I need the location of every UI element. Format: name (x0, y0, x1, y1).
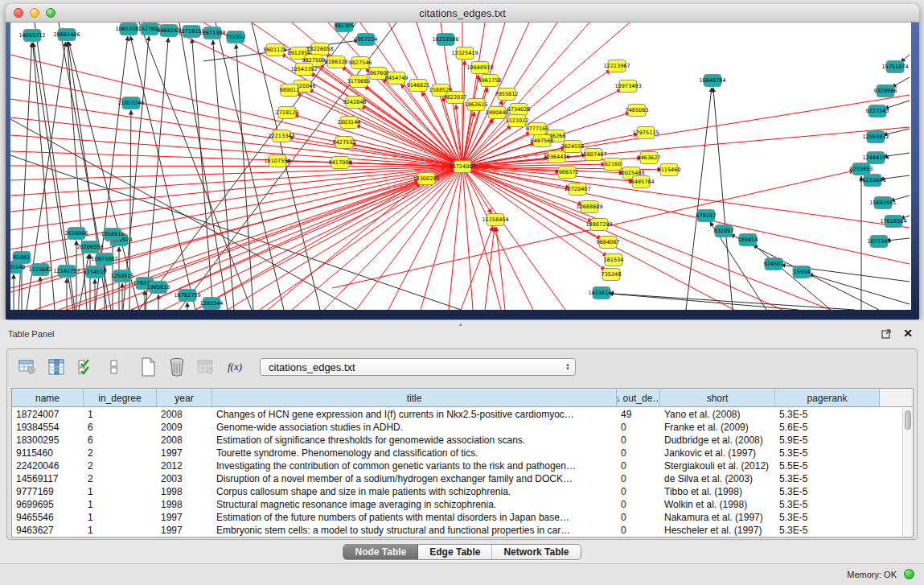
function-builder-icon[interactable]: f(x) (224, 356, 245, 377)
close-window-icon[interactable] (14, 8, 23, 18)
column-header-title[interactable]: title (212, 389, 617, 406)
table-row[interactable]: 1456911722003Disruption of a novel membe… (12, 472, 902, 485)
cell-name: 9465546 (12, 511, 84, 524)
citation-edge-red[interactable] (155, 23, 462, 167)
graph-node-label: 1990448 (486, 109, 509, 116)
graph-node-label: 2718129 (276, 109, 299, 116)
cell-in_degree: 1 (84, 524, 157, 537)
citation-edge-red[interactable] (268, 183, 421, 310)
citation-edge-red[interactable] (163, 167, 462, 310)
cell-year: 1997 (157, 524, 212, 537)
cell-name: 18724007 (12, 408, 84, 421)
splitter-handle-icon[interactable]: ▴ (459, 321, 462, 328)
citation-edge-red[interactable] (260, 167, 462, 310)
citation-edge-red[interactable] (10, 166, 462, 167)
citation-edge-red[interactable] (461, 226, 493, 310)
cell-in_degree: 1 (84, 498, 157, 511)
graph-node-label: 19218586 (432, 36, 458, 43)
cell-pagerank: 5.3E-5 (775, 472, 880, 485)
citation-edge-black[interactable] (213, 40, 234, 310)
table-row[interactable]: 969969511998Structural magnetic resonanc… (12, 498, 902, 511)
scrollbar-thumb[interactable] (905, 410, 911, 430)
column-header-name[interactable]: name (12, 389, 84, 406)
citation-edge-red[interactable] (195, 167, 462, 310)
column-header-short[interactable]: short (660, 389, 775, 406)
tab-network-table[interactable]: Network Table (492, 545, 580, 559)
table-row[interactable]: 2242004622012Investigating the contribut… (12, 459, 902, 472)
citation-edge-red[interactable] (10, 167, 462, 230)
delete-column-icon[interactable] (166, 356, 187, 377)
cell-short: Wolkin et al. (1998) (660, 498, 775, 511)
citation-network-graph[interactable]: 1872400718300295860112889129541822605898… (10, 23, 911, 310)
table-row[interactable]: 1872400712008Changes of HCN gene express… (12, 408, 902, 421)
cell-out_de: 0 (617, 421, 660, 434)
column-header-in_degree[interactable]: in_degree (84, 389, 157, 406)
citation-edge-black[interactable] (892, 77, 910, 88)
zoom-window-icon[interactable] (46, 8, 55, 18)
show-column-icon[interactable] (46, 356, 67, 377)
citation-edge-black[interactable] (130, 36, 195, 310)
graph-node-label: 20691406 (53, 31, 80, 38)
citation-edge-red[interactable] (10, 167, 462, 270)
citation-edge-red[interactable] (131, 167, 462, 310)
citation-edge-black[interactable] (123, 36, 149, 310)
graph-node-label: 12093832 (862, 134, 889, 140)
graph-node-label: 832057 (714, 228, 734, 234)
vertical-scrollbar[interactable] (902, 408, 913, 537)
cell-name: 22420046 (12, 459, 84, 472)
cell-name: 14569117 (12, 472, 84, 485)
tab-node-table[interactable]: Node Table (343, 545, 418, 559)
graph-node-label: 12213967 (603, 63, 630, 69)
cell-title: Estimation of significance thresholds fo… (212, 434, 617, 447)
graph-node-label: 9684067 (597, 239, 620, 245)
network-file-select[interactable]: citations_edges.txt ▲ ▼ (260, 358, 576, 376)
table-row[interactable]: 946362711997Embryonic stem cells: a mode… (12, 524, 902, 537)
table-row[interactable]: 946554611997Estimation of the future num… (12, 511, 902, 524)
citation-edge-black[interactable] (236, 44, 253, 310)
citation-edge-red[interactable] (296, 93, 462, 167)
cell-title: Disruption of a novel member of a sodium… (212, 472, 617, 485)
column-header-year[interactable]: year (157, 389, 212, 406)
citation-edge-red[interactable] (485, 227, 495, 310)
graph-node-label: 7955812 (495, 91, 519, 97)
graph-node-label: 10688609 (576, 204, 602, 210)
graph-node-label: 1115682 (29, 266, 52, 273)
graph-node-label: 9242848 (343, 99, 367, 105)
memory-status-icon[interactable] (904, 569, 914, 579)
cell-year: 2009 (157, 421, 212, 434)
graph-node-label: 17975115 (632, 130, 659, 136)
window-titlebar[interactable]: citations_edges.txt (6, 4, 919, 23)
citation-edge-black[interactable] (609, 294, 855, 310)
citation-edge-red[interactable] (292, 167, 462, 310)
cell-pagerank: 5.3E-5 (775, 408, 880, 421)
table-row[interactable]: 1830029562008Estimation of significance … (12, 434, 902, 447)
citation-edge-black[interactable] (609, 294, 799, 310)
select-all-columns-icon[interactable] (75, 356, 96, 377)
citation-edge-red[interactable] (462, 167, 910, 228)
cell-short: Nakamura et al. (1997) (660, 511, 775, 524)
citation-edge-red[interactable] (462, 167, 491, 213)
cell-title: Investigating the contribution of common… (212, 459, 617, 472)
column-header-out_de[interactable]: △out_de… (617, 389, 660, 406)
graph-node-label: 161534 (604, 257, 624, 263)
citation-edge-red[interactable] (462, 167, 473, 310)
close-panel-icon[interactable]: ✕ (903, 327, 913, 340)
cell-out_de: 0 (617, 524, 660, 537)
citation-edge-red[interactable] (462, 167, 501, 310)
create-column-icon[interactable] (138, 356, 158, 377)
float-panel-icon[interactable] (881, 328, 892, 339)
tab-edge-table[interactable]: Edge Table (418, 545, 492, 559)
table-row[interactable]: 1938455462009Genome-wide association stu… (12, 421, 902, 434)
graph-node-label: 6734028 (507, 106, 531, 113)
cell-name: 19384554 (12, 421, 84, 434)
table-row[interactable]: 911546021997Tourette syndrome. Phenomeno… (12, 447, 902, 459)
delete-table-icon[interactable] (195, 356, 216, 377)
table-mode-icon[interactable] (17, 356, 38, 377)
network-canvas[interactable]: 1872400718300295860112889129541822605898… (10, 23, 911, 310)
unselect-all-columns-icon[interactable] (104, 356, 125, 377)
table-row[interactable]: 977716911998Corpus callosum shape and si… (12, 485, 902, 498)
column-header-pagerank[interactable]: pagerank (775, 389, 880, 406)
minimize-window-icon[interactable] (30, 8, 39, 18)
graph-node-label: 9463627 (638, 154, 661, 161)
citation-edge-red[interactable] (449, 167, 462, 310)
